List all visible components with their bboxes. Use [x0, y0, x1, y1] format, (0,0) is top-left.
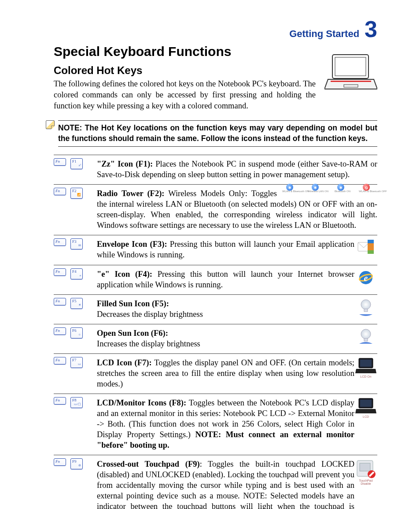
hotkey-row: FnF9⊘Crossed-out Touchpad (F9): Toggles …	[54, 455, 377, 509]
svg-rect-1	[335, 57, 366, 76]
fkey-icon: F6☼	[70, 327, 83, 338]
svg-rect-16	[360, 360, 372, 367]
fkey-icon: F9⊘	[70, 458, 83, 469]
hotkey-description: ∗WLAN & Bluetooth ON∗Wireless LAN ON∗Blu…	[97, 185, 377, 235]
fn-key-icon: Fn	[54, 397, 66, 405]
page-header: Getting Started 3	[54, 18, 377, 41]
wireless-status-icons: ∗WLAN & Bluetooth ON∗Wireless LAN ON∗Blu…	[282, 189, 377, 193]
fkey-icon: F5☀	[70, 298, 83, 309]
hotkey-description: Filled Sun Icon (F5):Decreases the displ…	[97, 294, 354, 324]
chapter-number: 3	[365, 18, 377, 41]
hotkey-description: Crossed-out Touchpad (F9): Toggles the b…	[97, 455, 354, 509]
fn-key-icon: Fn	[54, 458, 66, 466]
hotkey-description: "e" Icon (F4): Pressing this button will…	[97, 265, 354, 294]
svg-text:e: e	[364, 273, 368, 283]
fn-key-icon: Fn	[54, 327, 66, 335]
svg-point-13	[361, 329, 371, 339]
hotkey-description: Open Sun Icon (F6):Increases the display…	[97, 324, 354, 353]
hotkey-row: FnF2📶∗WLAN & Bluetooth ON∗Wireless LAN O…	[54, 185, 377, 235]
touchpad-icon	[355, 459, 376, 479]
hotkey-row: FnF6☼Open Sun Icon (F6):Increases the di…	[54, 324, 377, 353]
laptop-icon	[355, 398, 376, 415]
laptop-illustration	[324, 51, 377, 91]
hotkey-row: FnF1z²"Zz" Icon (F1): Places the Noteboo…	[54, 155, 377, 185]
svg-rect-6	[368, 240, 374, 243]
hotkey-row: FnF5☀Filled Sun Icon (F5):Decreases the …	[54, 294, 377, 324]
svg-rect-7	[368, 250, 374, 254]
hotkey-table: FnF1z²"Zz" Icon (F1): Places the Noteboo…	[54, 155, 377, 509]
svg-rect-20	[360, 463, 370, 471]
fn-key-icon: Fn	[54, 357, 66, 364]
section-name: Getting Started	[289, 28, 359, 40]
fkey-icon: F1z²	[70, 158, 83, 169]
fkey-icon: F7▭	[70, 357, 83, 368]
fkey-icon: F2📶	[70, 188, 83, 199]
hotkey-description: "Zz" Icon (F1): Places the Notebook PC i…	[97, 155, 377, 185]
fkey-icon: F3✉	[70, 238, 83, 249]
hotkey-row: FnF4e"e" Icon (F4): Pressing this button…	[54, 265, 377, 294]
mail-icon	[357, 239, 375, 256]
svg-rect-18	[360, 400, 372, 407]
hotkey-row: FnF3✉Envelope Icon (F3): Pressing this b…	[54, 235, 377, 265]
hotkey-row: FnF7▭LCD Icon (F7): Toggles the display …	[54, 353, 377, 394]
svg-point-11	[361, 300, 371, 309]
fkey-icon: F4e	[70, 268, 83, 279]
fn-key-icon: Fn	[54, 238, 66, 246]
ie-icon: e	[357, 269, 375, 286]
fn-key-icon: Fn	[54, 268, 66, 276]
section-subtitle: Colored Hot Keys	[54, 64, 316, 77]
note-icon	[46, 120, 55, 129]
hotkey-description: LCD Icon (F7): Toggles the display panel…	[97, 353, 354, 394]
hotkey-row: FnF8▭/▢LCD/Monitor Icons (F8): Toggles b…	[54, 394, 377, 455]
fn-key-icon: Fn	[54, 188, 66, 195]
brightness-icon	[357, 328, 375, 346]
fkey-icon: F8▭/▢	[70, 397, 83, 408]
fn-key-icon: Fn	[54, 158, 66, 166]
svg-rect-2	[331, 81, 371, 82]
brightness-icon	[357, 298, 375, 317]
hotkey-description: Envelope Icon (F3): Pressing this button…	[97, 235, 354, 265]
svg-rect-14	[364, 338, 368, 341]
fn-key-icon: Fn	[54, 298, 66, 305]
note-text: NOTE: The Hot Key locations on the funct…	[58, 120, 377, 147]
intro-paragraph: The following defines the colored hot ke…	[54, 78, 316, 111]
hotkey-description: LCD/Monitor Icons (F8): Toggles between …	[97, 394, 354, 455]
laptop-icon	[355, 357, 376, 375]
svg-rect-12	[364, 309, 368, 312]
